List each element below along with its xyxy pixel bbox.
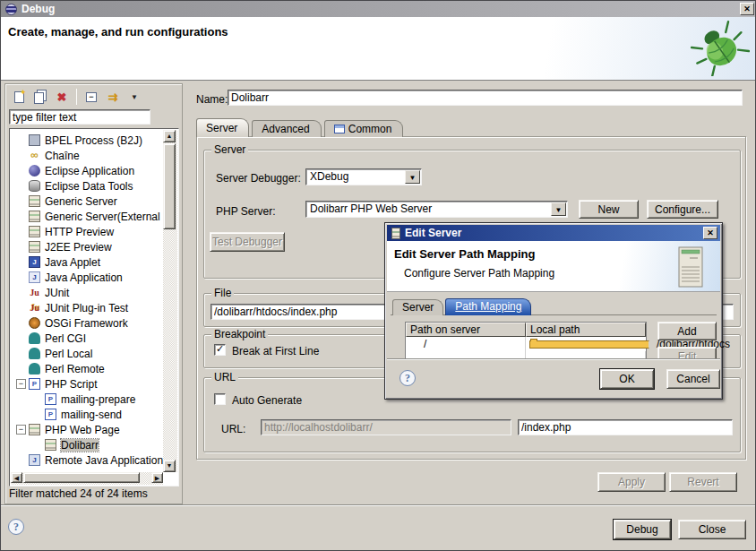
ok-button[interactable]: OK bbox=[600, 369, 654, 389]
tab-server-label: Server bbox=[206, 120, 237, 136]
url-path-input[interactable] bbox=[518, 419, 733, 435]
remote-java-icon: J bbox=[29, 454, 40, 466]
tree-item-j2ee-preview[interactable]: J2EE Preview bbox=[11, 239, 163, 254]
scroll-right-button[interactable]: ▶ bbox=[151, 472, 163, 483]
tree-item-dolibarr[interactable]: Dolibarr bbox=[11, 437, 163, 452]
dialog-tab-server[interactable]: Server bbox=[392, 299, 443, 315]
tree-indent bbox=[32, 440, 42, 450]
configure-server-button[interactable]: Configure... bbox=[647, 200, 718, 219]
tree-item-label: Java Application bbox=[45, 271, 123, 284]
filter-input[interactable] bbox=[9, 109, 150, 125]
collapse-expander-icon[interactable]: − bbox=[16, 425, 26, 435]
cancel-button[interactable]: Cancel bbox=[666, 369, 720, 389]
server-icon bbox=[29, 424, 40, 435]
new-configuration-button[interactable]: ✦ bbox=[9, 88, 29, 107]
tree-item-label: J2EE Preview bbox=[45, 241, 112, 254]
collapse-all-button[interactable]: − bbox=[82, 88, 101, 107]
window-titlebar[interactable]: Debug ✕ bbox=[1, 1, 756, 17]
tree-item-java-applet[interactable]: JJava Applet bbox=[11, 254, 163, 270]
tab-advanced[interactable]: Advanced bbox=[252, 120, 321, 137]
tree-indent bbox=[16, 181, 26, 191]
delete-configuration-button[interactable]: ✖ bbox=[52, 88, 72, 107]
tree-item-mailing-prepare[interactable]: Pmailing-prepare bbox=[11, 392, 163, 407]
database-icon bbox=[29, 180, 40, 192]
dialog-tab-path-mapping[interactable]: Path Mapping bbox=[445, 298, 531, 315]
name-input[interactable] bbox=[228, 90, 743, 106]
tree-item-generic-server-external-la[interactable]: Generic Server(External La bbox=[11, 209, 163, 224]
tree-item-cha-ne[interactable]: ∞Chaîne bbox=[11, 148, 163, 163]
vertical-scroll-thumb[interactable] bbox=[163, 143, 176, 229]
combo-arrow-icon[interactable]: ▼ bbox=[405, 170, 420, 184]
path-mapping-row[interactable]: //dolibarr/htdocs bbox=[406, 337, 646, 351]
tree-item-eclipse-data-tools[interactable]: Eclipse Data Tools bbox=[11, 178, 163, 194]
server-icon bbox=[29, 211, 40, 222]
tab-advanced-label: Advanced bbox=[262, 121, 309, 137]
tree-item-perl-remote[interactable]: Perl Remote bbox=[11, 361, 163, 376]
help-button[interactable]: ? bbox=[8, 519, 24, 535]
revert-button[interactable]: Revert bbox=[669, 472, 737, 492]
tree-item-perl-local[interactable]: Perl Local bbox=[11, 346, 163, 361]
scroll-down-button[interactable]: ▼ bbox=[163, 460, 176, 472]
apply-button[interactable]: Apply bbox=[597, 472, 666, 492]
tree-item-label: Eclipse Application bbox=[45, 165, 134, 177]
tree-vertical-scrollbar[interactable]: ▲ ▼ bbox=[163, 130, 177, 472]
tree-item-bpel-process-b2j-[interactable]: BPEL Process (B2J) bbox=[11, 133, 163, 148]
column-path-on-server[interactable]: Path on server bbox=[406, 323, 526, 337]
tree-item-label: Java Applet bbox=[45, 256, 100, 269]
break-first-line-checkbox[interactable] bbox=[214, 344, 226, 356]
debug-bug-icon bbox=[691, 19, 750, 76]
tree-item-php-web-page[interactable]: −PHP Web Page bbox=[11, 422, 163, 437]
filter-launch-configurations-button[interactable]: ⇉ bbox=[103, 88, 123, 107]
column-local-path[interactable]: Local path bbox=[526, 323, 646, 337]
tree-item-label: OSGi Framework bbox=[45, 317, 128, 330]
window-close-button[interactable]: ✕ bbox=[740, 3, 754, 15]
filter-menu-dropdown[interactable]: ▼ bbox=[125, 88, 144, 107]
tree-item-label: Eclipse Data Tools bbox=[45, 180, 133, 193]
new-server-button[interactable]: New bbox=[579, 200, 639, 219]
scroll-up-button[interactable]: ▲ bbox=[163, 130, 176, 142]
tree-item-php-script[interactable]: −PPHP Script bbox=[11, 376, 163, 392]
tab-server[interactable]: Server bbox=[196, 118, 249, 137]
combo-arrow-icon[interactable]: ▼ bbox=[551, 202, 566, 216]
url-base-input[interactable] bbox=[261, 419, 511, 435]
tab-common[interactable]: Common bbox=[324, 120, 404, 137]
tree-item-perl-cgi[interactable]: Perl CGI bbox=[11, 331, 163, 346]
tree-item-junit-plug-in-test[interactable]: JuJUnit Plug-in Test bbox=[11, 300, 163, 315]
php-server-combo[interactable]: Dolibarr PHP Web Server ▼ bbox=[305, 201, 568, 218]
add-mapping-button[interactable]: Add bbox=[657, 322, 717, 340]
perl-icon bbox=[29, 348, 40, 359]
duplicate-configuration-button[interactable] bbox=[30, 88, 50, 107]
server-debugger-combo[interactable]: XDebug ▼ bbox=[305, 168, 422, 185]
tree-item-http-preview[interactable]: HTTP Preview bbox=[11, 224, 163, 239]
tree-item-osgi-framework[interactable]: OSGi Framework bbox=[11, 315, 163, 331]
dialog-titlebar[interactable]: Edit Server ✕ bbox=[387, 225, 720, 241]
scroll-left-button[interactable]: ◀ bbox=[11, 472, 22, 483]
folder-icon bbox=[529, 340, 649, 349]
tree-indent bbox=[16, 303, 26, 313]
tree-item-label: Generic Server(External La bbox=[45, 211, 163, 223]
tree-item-label: Chaîne bbox=[45, 150, 80, 162]
tree-item-eclipse-application[interactable]: Eclipse Application bbox=[11, 163, 163, 178]
collapse-expander-icon[interactable]: − bbox=[16, 379, 26, 389]
tree-horizontal-scrollbar[interactable]: ◀ ▶ bbox=[11, 472, 163, 485]
tree-item-label: BPEL Process (B2J) bbox=[45, 134, 142, 147]
debug-button[interactable]: Debug bbox=[614, 520, 671, 539]
test-debugger-button[interactable]: Test Debugger bbox=[210, 232, 285, 252]
dialog-close-button[interactable]: ✕ bbox=[703, 227, 717, 239]
tree-item-label: PHP Web Page bbox=[45, 424, 120, 436]
php-icon: P bbox=[45, 393, 56, 405]
close-button[interactable]: Close bbox=[678, 520, 746, 539]
tree-item-mailing-send[interactable]: Pmailing-send bbox=[11, 407, 163, 422]
path-on-server-cell: / bbox=[406, 337, 526, 351]
horizontal-scroll-thumb[interactable] bbox=[23, 472, 140, 483]
junit-plugin-icon: Ju bbox=[29, 302, 40, 314]
main-tab-bar: Server Advanced Common bbox=[196, 118, 406, 137]
tree-item-remote-java-application[interactable]: JRemote Java Application bbox=[11, 452, 163, 468]
dialog-help-button[interactable]: ? bbox=[399, 370, 416, 386]
tree-item-junit[interactable]: JuJUnit bbox=[11, 285, 163, 300]
dialog-heading: Edit Server Path Mapping bbox=[394, 247, 535, 261]
delete-icon: ✖ bbox=[57, 90, 67, 104]
tree-item-generic-server[interactable]: Generic Server bbox=[11, 194, 163, 209]
tree-item-java-application[interactable]: JJava Application bbox=[11, 270, 163, 285]
auto-generate-checkbox[interactable] bbox=[214, 393, 226, 405]
